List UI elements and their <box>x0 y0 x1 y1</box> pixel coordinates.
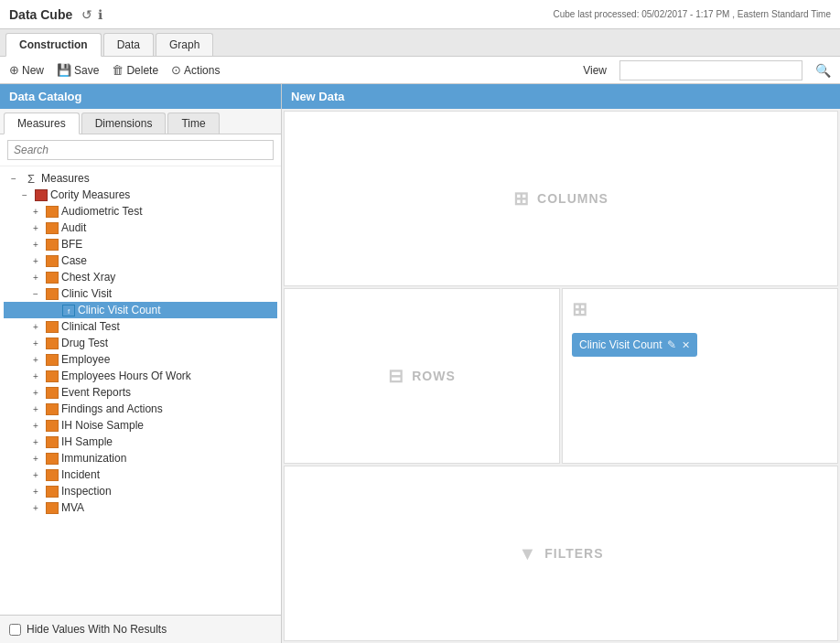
expand-icon: + <box>33 338 46 348</box>
hide-values-row: Hide Values With No Results <box>9 623 272 636</box>
delete-label: Delete <box>126 64 158 77</box>
expand-icon: + <box>33 256 46 266</box>
list-item[interactable]: + IH Noise Sample <box>4 417 277 434</box>
list-item[interactable]: + Clinical Test <box>4 318 277 335</box>
list-item[interactable]: + Incident <box>4 466 277 483</box>
item-label: Audit <box>61 221 86 234</box>
item-label: Findings and Actions <box>61 402 163 415</box>
item-label: MVA <box>61 501 84 514</box>
search-button[interactable]: 🔍 <box>815 63 831 78</box>
item-label: BFE <box>61 238 82 251</box>
hide-values-checkbox[interactable] <box>9 624 21 636</box>
new-button[interactable]: ⊕ New <box>9 63 44 77</box>
catalog-tab-time[interactable]: Time <box>167 113 219 134</box>
list-item[interactable]: + MVA <box>4 499 277 516</box>
list-item[interactable]: − Clinic Visit <box>4 285 277 302</box>
list-item[interactable]: + Audit <box>4 220 277 236</box>
last-processed: Cube last processed: 05/02/2017 - 1:17 P… <box>553 9 831 19</box>
edit-icon[interactable]: ✎ <box>667 338 676 351</box>
clinic-visit-count-label: Clinic Visit Count <box>78 304 160 316</box>
filters-label: FILTERS <box>544 546 603 561</box>
expand-icon: − <box>33 289 46 299</box>
columns-zone-label: ⊞ COLUMNS <box>513 188 608 209</box>
expand-icon: + <box>33 273 46 283</box>
measures-zone-icon-label: ⊞ <box>572 298 588 320</box>
left-panel: Data Catalog Measures Dimensions Time − … <box>0 84 282 643</box>
search-input[interactable] <box>7 140 274 160</box>
item-label: IH Noise Sample <box>61 419 144 432</box>
cube-icon <box>46 453 59 465</box>
save-button[interactable]: 💾 Save <box>57 63 99 77</box>
tab-bar: Construction Data Graph <box>0 29 840 57</box>
filters-zone-label: ▼ FILTERS <box>518 543 603 564</box>
columns-icon: ⊞ <box>513 188 530 209</box>
rows-drop-zone[interactable]: ⊟ ROWS <box>284 288 560 464</box>
list-item[interactable]: + Chest Xray <box>4 269 277 285</box>
tree-item-clinic-visit-count[interactable]: f Clinic Visit Count <box>4 302 277 318</box>
tree-root-measures[interactable]: − Σ Measures <box>4 170 277 187</box>
cube-icon <box>46 436 59 448</box>
columns-label: COLUMNS <box>537 191 608 206</box>
cube-icon <box>46 222 59 234</box>
cube-icon <box>46 354 59 366</box>
app-title: Data Cube <box>9 7 72 22</box>
cube-icon <box>46 288 59 300</box>
view-label: View <box>583 64 607 77</box>
expand-icon: + <box>33 240 46 250</box>
cube-icon <box>46 239 59 251</box>
measure-icon: f <box>62 305 75 316</box>
save-label: Save <box>74 64 99 77</box>
item-label: Event Reports <box>61 386 131 399</box>
actions-button[interactable]: ⊙ Actions <box>171 63 220 77</box>
tree-cority-measures[interactable]: − Cority Measures <box>4 187 277 203</box>
measures-drop-zone[interactable]: ⊞ Clinic Visit Count ✎ ✕ <box>562 288 838 464</box>
info-icon[interactable]: ℹ <box>98 7 102 22</box>
search-box <box>0 134 281 166</box>
measures-grid-icon: ⊞ <box>572 298 588 320</box>
hide-values-label: Hide Values With No Results <box>27 623 167 636</box>
cority-cube-icon <box>35 189 48 201</box>
list-item[interactable]: + Case <box>4 252 277 269</box>
measure-chip-label: Clinic Visit Count <box>579 338 662 351</box>
list-item[interactable]: + Employee <box>4 351 277 368</box>
expand-icon: + <box>33 371 46 381</box>
toolbar: ⊕ New 💾 Save 🗑 Delete ⊙ Actions View 🔍 <box>0 57 840 84</box>
list-item[interactable]: + Inspection <box>4 483 277 499</box>
list-item[interactable]: + Findings and Actions <box>4 401 277 417</box>
data-catalog-header: Data Catalog <box>0 84 281 109</box>
rows-zone-label: ⊟ ROWS <box>388 365 456 387</box>
tab-graph[interactable]: Graph <box>156 33 213 56</box>
view-input[interactable] <box>619 60 802 80</box>
remove-measure-icon[interactable]: ✕ <box>682 339 690 351</box>
list-item[interactable]: + Event Reports <box>4 384 277 401</box>
item-label: Incident <box>61 468 100 481</box>
rows-label: ROWS <box>412 369 456 383</box>
list-item[interactable]: + IH Sample <box>4 434 277 450</box>
filters-drop-zone[interactable]: ▼ FILTERS <box>284 466 838 641</box>
new-label: New <box>22 64 44 77</box>
cube-icon <box>46 502 59 514</box>
new-icon: ⊕ <box>9 63 19 77</box>
drop-zones: ⊞ COLUMNS ⊟ ROWS ⊞ Clinic Visit Count ✎ <box>282 109 840 643</box>
right-panel: New Data ⊞ COLUMNS ⊟ ROWS ⊞ <box>282 84 840 643</box>
measure-chip[interactable]: Clinic Visit Count ✎ ✕ <box>572 333 697 357</box>
tab-construction[interactable]: Construction <box>5 33 102 57</box>
list-item[interactable]: + Drug Test <box>4 335 277 351</box>
undo-icon[interactable]: ↺ <box>81 7 92 22</box>
list-item[interactable]: + Audiometric Test <box>4 203 277 220</box>
catalog-tab-measures[interactable]: Measures <box>4 113 80 134</box>
columns-drop-zone[interactable]: ⊞ COLUMNS <box>284 111 838 286</box>
save-icon: 💾 <box>57 63 71 77</box>
left-panel-footer: Hide Values With No Results <box>0 615 281 643</box>
expand-icon: + <box>33 421 46 431</box>
item-label: Inspection <box>61 485 112 498</box>
tab-data[interactable]: Data <box>103 33 154 56</box>
list-item[interactable]: + Employees Hours Of Work <box>4 368 277 384</box>
item-label: Chest Xray <box>61 271 115 284</box>
list-item[interactable]: + BFE <box>4 236 277 252</box>
delete-button[interactable]: 🗑 Delete <box>112 63 158 77</box>
actions-label: Actions <box>184 64 220 77</box>
catalog-tab-dimensions[interactable]: Dimensions <box>81 113 167 134</box>
list-item[interactable]: + Immunization <box>4 450 277 466</box>
expand-icon: + <box>33 223 46 233</box>
